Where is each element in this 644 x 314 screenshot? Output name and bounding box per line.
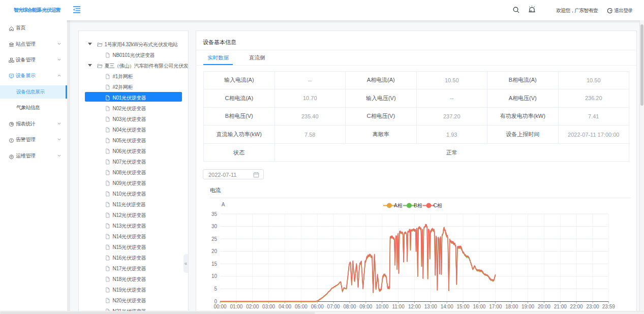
svg-text:A相: A相 — [394, 203, 403, 208]
svg-text:23:00: 23:00 — [586, 304, 599, 309]
svg-text:07:00: 07:00 — [327, 304, 340, 309]
svg-text:18:00: 18:00 — [505, 304, 518, 309]
svg-text:10: 10 — [211, 273, 218, 279]
svg-text:05:00: 05:00 — [295, 304, 308, 309]
svg-text:23:59: 23:59 — [602, 304, 615, 309]
svg-text:13:00: 13:00 — [424, 304, 437, 309]
svg-text:20:00: 20:00 — [538, 304, 550, 309]
svg-text:22:00: 22:00 — [570, 304, 583, 309]
svg-text:20: 20 — [211, 248, 218, 254]
svg-text:B相: B相 — [414, 203, 422, 208]
svg-text:15:00: 15:00 — [456, 304, 469, 309]
svg-text:04:00: 04:00 — [279, 304, 291, 309]
svg-text:12:00: 12:00 — [408, 304, 421, 309]
svg-text:21:00: 21:00 — [554, 304, 567, 309]
svg-text:14:00: 14:00 — [441, 304, 453, 309]
svg-text:16:00: 16:00 — [473, 304, 485, 309]
svg-text:06:00: 06:00 — [311, 304, 324, 309]
svg-text:01:00: 01:00 — [230, 304, 242, 309]
svg-text:02:00: 02:00 — [246, 304, 259, 309]
svg-text:30: 30 — [211, 224, 218, 229]
svg-text:15: 15 — [211, 261, 218, 267]
svg-text:5: 5 — [214, 286, 217, 292]
svg-text:09:00: 09:00 — [359, 304, 372, 309]
svg-text:10:00: 10:00 — [376, 304, 388, 309]
svg-text:00:00: 00:00 — [213, 304, 226, 309]
svg-text:C相: C相 — [434, 203, 442, 208]
svg-text:03:00: 03:00 — [262, 304, 275, 309]
svg-text:0: 0 — [214, 299, 217, 304]
svg-text:08:00: 08:00 — [343, 304, 356, 309]
svg-text:35: 35 — [211, 211, 218, 217]
svg-text:25: 25 — [211, 236, 218, 242]
svg-text:17:00: 17:00 — [489, 304, 502, 309]
svg-text:A: A — [222, 202, 225, 207]
svg-text:11:00: 11:00 — [392, 304, 405, 309]
svg-text:19:00: 19:00 — [522, 304, 534, 309]
